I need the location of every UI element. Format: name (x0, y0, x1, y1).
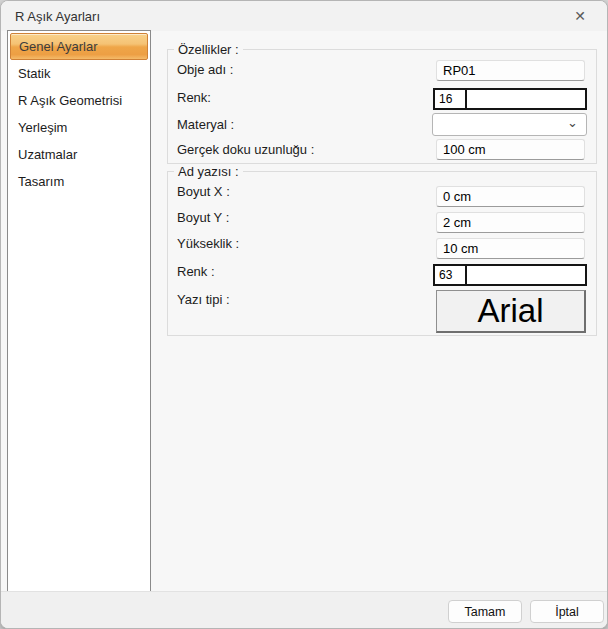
boyut-x-label: Boyut X : (177, 184, 230, 199)
boyut-y-input[interactable] (436, 212, 585, 233)
sidebar-item-label: R Aşık Geometrisi (18, 93, 122, 108)
sidebar-item-yerlesim[interactable]: Yerleşim (10, 114, 148, 141)
sidebar-item-r-asik-geometrisi[interactable]: R Aşık Geometrisi (10, 87, 148, 114)
boyut-y-label: Boyut Y : (177, 210, 229, 225)
ok-button[interactable]: Tamam (448, 600, 522, 623)
ad-renk-color-picker[interactable]: 63 (433, 264, 587, 286)
doku-uzunlugu-input[interactable] (436, 139, 585, 160)
ok-button-label: Tamam (465, 605, 506, 619)
materyal-label: Materyal : (177, 117, 234, 132)
cancel-button-label: İptal (555, 605, 579, 619)
group-ad-yazisi: Ad yazısı : Boyut X : Boyut Y : Yüksekli… (167, 171, 597, 336)
renk-color-picker[interactable]: 16 (433, 88, 587, 110)
dialog-title: R Aşık Ayarları (15, 9, 100, 24)
group-ozellikler-title: Özellikler : (174, 42, 243, 57)
sidebar-item-tasarim[interactable]: Tasarım (10, 168, 148, 195)
obje-adi-input[interactable] (436, 60, 585, 81)
sidebar-item-uzatmalar[interactable]: Uzatmalar (10, 141, 148, 168)
renk-color-index: 16 (435, 90, 465, 108)
materyal-dropdown[interactable]: ⌄ (432, 113, 587, 136)
group-ad-yazisi-title: Ad yazısı : (174, 164, 243, 179)
obje-adi-label: Obje adı : (177, 62, 233, 77)
sidebar-item-genel-ayarlar[interactable]: Genel Ayarlar (10, 33, 148, 60)
ad-renk-color-index: 63 (435, 266, 465, 284)
ad-renk-label: Renk : (177, 264, 215, 279)
yukseklik-input[interactable] (436, 238, 585, 259)
footer-bar: Tamam İptal (1, 591, 607, 628)
yazi-tipi-font-name: Arial (477, 292, 543, 330)
sidebar-item-statik[interactable]: Statik (10, 60, 148, 87)
sidebar-item-label: Tasarım (18, 174, 64, 189)
yukseklik-label: Yükseklik : (177, 236, 239, 251)
chevron-down-icon: ⌄ (567, 118, 578, 128)
sidebar-item-label: Statik (18, 66, 51, 81)
close-icon[interactable]: ✕ (559, 1, 601, 31)
sidebar-item-label: Uzatmalar (18, 147, 77, 162)
sidebar-item-label: Yerleşim (18, 120, 67, 135)
doku-label: Gerçek doku uzunluğu : (177, 142, 314, 157)
category-list: Genel Ayarlar Statik R Aşık Geometrisi Y… (7, 30, 151, 593)
group-ozellikler: Özellikler : Obje adı : Renk: 16 Materya… (167, 49, 597, 164)
yazi-tipi-label: Yazı tipi : (177, 292, 230, 307)
title-bar: R Aşık Ayarları ✕ (1, 1, 607, 31)
yazi-tipi-font-button[interactable]: Arial (436, 290, 586, 333)
cancel-button[interactable]: İptal (530, 600, 604, 623)
settings-dialog: R Aşık Ayarları ✕ Genel Ayarlar Statik R… (0, 0, 608, 629)
sidebar-item-label: Genel Ayarlar (19, 39, 98, 54)
renk-label: Renk: (177, 90, 211, 105)
boyut-x-input[interactable] (436, 186, 585, 207)
